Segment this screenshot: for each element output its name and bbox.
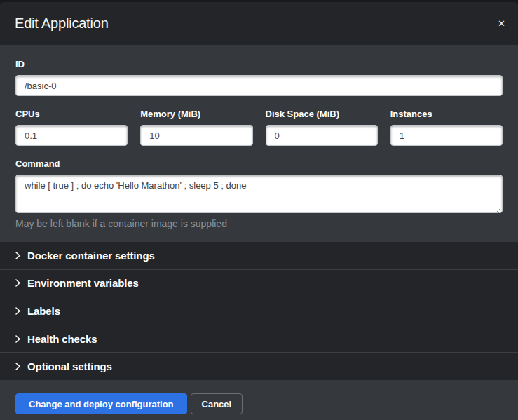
command-field-group: Command while [ true ] ; do echo 'Hello … <box>15 158 503 229</box>
section-labels[interactable]: Labels <box>0 297 518 325</box>
disk-label: Disk Space (MiB) <box>266 109 378 119</box>
chevron-right-icon <box>15 361 21 372</box>
collapsible-sections: Docker container settings Environment va… <box>0 242 518 380</box>
command-help-text: May be left blank if a container image i… <box>15 218 503 229</box>
section-optional-settings[interactable]: Optional settings <box>0 352 518 380</box>
section-label: Docker container settings <box>27 250 155 262</box>
section-environment-variables[interactable]: Environment variables <box>0 269 518 297</box>
resources-row: CPUs Memory (MiB) Disk Space (MiB) Insta… <box>15 109 503 146</box>
command-textarea[interactable]: while [ true ] ; do echo 'Hello Marathon… <box>15 175 503 213</box>
instances-input[interactable] <box>390 125 503 146</box>
chevron-right-icon <box>15 334 21 344</box>
cpus-field-group: CPUs <box>15 109 128 146</box>
section-label: Environment variables <box>27 277 139 289</box>
chevron-right-icon <box>15 278 21 288</box>
modal-header: Edit Application ✕ <box>0 2 518 45</box>
application-form: ID CPUs Memory (MiB) Disk Space (MiB) In… <box>0 45 518 242</box>
section-health-checks[interactable]: Health checks <box>0 325 518 353</box>
disk-input[interactable] <box>266 125 378 146</box>
section-label: Health checks <box>27 333 97 345</box>
memory-field-group: Memory (MiB) <box>140 109 252 146</box>
cancel-button[interactable]: Cancel <box>191 393 243 414</box>
edit-application-modal: Edit Application ✕ ID CPUs Memory (MiB) … <box>0 2 518 420</box>
section-docker-container-settings[interactable]: Docker container settings <box>0 242 518 269</box>
close-icon[interactable]: ✕ <box>496 16 507 31</box>
resize-handle-icon[interactable] <box>494 204 501 211</box>
cpus-input[interactable] <box>15 125 128 146</box>
modal-footer: Change and deploy configuration Cancel <box>0 380 518 420</box>
change-and-deploy-button[interactable]: Change and deploy configuration <box>15 393 187 414</box>
memory-label: Memory (MiB) <box>140 109 252 119</box>
id-field-group: ID <box>15 59 503 96</box>
command-label: Command <box>15 158 503 169</box>
instances-field-group: Instances <box>390 109 503 146</box>
id-label: ID <box>15 59 503 69</box>
cpus-label: CPUs <box>15 109 128 119</box>
chevron-right-icon <box>15 250 21 261</box>
id-input[interactable] <box>15 75 503 96</box>
memory-input[interactable] <box>140 125 252 146</box>
disk-field-group: Disk Space (MiB) <box>266 109 378 146</box>
modal-title: Edit Application <box>15 15 109 32</box>
instances-label: Instances <box>390 109 503 119</box>
section-label: Optional settings <box>27 360 112 372</box>
chevron-right-icon <box>15 306 21 316</box>
section-label: Labels <box>27 305 60 317</box>
